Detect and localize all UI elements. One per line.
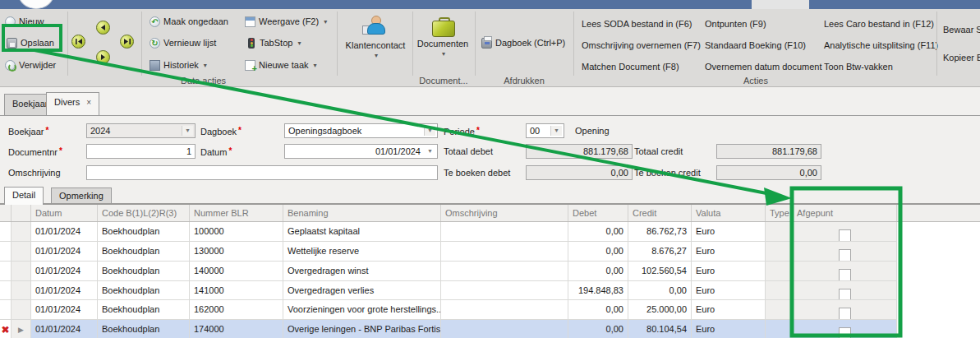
table-row[interactable]: 01/01/2024 Boekhoudplan 162000 Voorzieni… xyxy=(0,300,897,320)
cell-type[interactable] xyxy=(766,222,793,242)
overnemen-datum-button[interactable]: Overnemen datum document xyxy=(705,61,821,72)
afgepunt-checkbox[interactable] xyxy=(839,249,851,262)
tab-opmerking[interactable]: Opmerking xyxy=(51,188,112,204)
matchen-document-button[interactable]: Matchen Document (F8) xyxy=(582,61,679,72)
cell-type[interactable] xyxy=(766,262,793,281)
column-header-valuta[interactable]: Valuta xyxy=(692,205,766,221)
row-selector-cell[interactable] xyxy=(12,262,31,281)
cell-type[interactable] xyxy=(766,320,793,338)
cell-valuta[interactable]: Euro xyxy=(692,222,766,242)
cell-credit[interactable]: 86.762,73 xyxy=(628,222,692,242)
tab-detail[interactable]: Detail xyxy=(4,187,44,205)
dagboek-select[interactable]: Openingsdagboek▼ xyxy=(284,123,438,138)
cell-omschrijving[interactable] xyxy=(441,281,568,300)
row-selector-cell[interactable]: ▶ xyxy=(12,320,31,338)
column-header-debet[interactable]: Debet xyxy=(568,205,628,221)
cell-afgepunt[interactable] xyxy=(793,262,897,281)
cell-valuta[interactable]: Euro xyxy=(692,320,766,338)
cell-credit[interactable]: 80.104,54 xyxy=(628,320,692,338)
cell-omschrijving[interactable] xyxy=(441,320,568,338)
nieuw-button[interactable]: Nieuw xyxy=(5,15,44,28)
column-header-benaming[interactable]: Benaming xyxy=(283,205,441,221)
row-selector-cell[interactable] xyxy=(12,300,31,320)
active-ribbon-tab-stub[interactable] xyxy=(752,0,809,9)
close-tab-icon[interactable]: × xyxy=(86,98,91,107)
datum-input[interactable]: 01/01/2024▼ xyxy=(284,144,438,159)
cell-code[interactable]: Boekhoudplan xyxy=(98,242,190,262)
column-header-omschrijving[interactable]: Omschrijving xyxy=(441,205,568,221)
cell-debet[interactable]: 0,00 xyxy=(568,242,628,262)
cell-afgepunt[interactable] xyxy=(793,281,897,300)
cell-benaming[interactable]: Geplaatst kapitaal xyxy=(283,222,441,242)
tabstop-button[interactable]: TabStop ▾ xyxy=(246,36,301,49)
cell-type[interactable] xyxy=(766,300,793,320)
afgepunt-checkbox[interactable] xyxy=(839,229,851,242)
documenten-button[interactable]: Documenten ▾ xyxy=(417,16,468,58)
cell-benaming[interactable]: Voorzieningen voor grote herstellings... xyxy=(283,300,441,320)
tab-divers[interactable]: Divers× xyxy=(46,92,99,115)
cell-debet[interactable]: 0,00 xyxy=(568,262,628,281)
dagboek-print-button[interactable]: Dagboek (Ctrl+P) xyxy=(481,36,565,49)
nav-last-button[interactable] xyxy=(120,35,134,49)
toon-btw-vakken-button[interactable]: Toon Btw-vakken xyxy=(824,61,893,72)
cell-credit[interactable]: 102.560,54 xyxy=(628,262,692,281)
nav-prev-button[interactable] xyxy=(96,21,110,35)
cell-benaming[interactable]: Overige leningen - BNP Paribas Fortis xyxy=(283,320,441,338)
nav-first-button[interactable] xyxy=(71,35,85,49)
cell-afgepunt[interactable] xyxy=(793,300,897,320)
cell-code[interactable]: Boekhoudplan xyxy=(98,262,190,281)
nav-next-button[interactable] xyxy=(96,50,110,64)
cell-datum[interactable]: 01/01/2024 xyxy=(31,242,98,262)
afgepunt-checkbox[interactable] xyxy=(839,289,851,300)
cell-nummer[interactable]: 140000 xyxy=(190,262,283,281)
nieuwe-taak-button[interactable]: Nieuwe taak ▾ xyxy=(245,58,317,72)
table-row[interactable]: 01/01/2024 Boekhoudplan 140000 Overgedra… xyxy=(0,262,897,281)
omschrijving-input[interactable] xyxy=(86,165,438,180)
column-header-code[interactable]: Code B(1)L(2)R(3) xyxy=(98,205,190,221)
cell-nummer[interactable]: 130000 xyxy=(190,242,283,262)
table-row[interactable]: 01/01/2024 Boekhoudplan 130000 Wettelijk… xyxy=(0,242,897,262)
cell-afgepunt[interactable] xyxy=(793,320,897,338)
kopieer-button[interactable]: Kopieer B xyxy=(943,52,980,63)
cell-debet[interactable]: 0,00 xyxy=(568,222,628,242)
cell-datum[interactable]: 01/01/2024 xyxy=(31,300,98,320)
vernieuw-lijst-button[interactable]: ↻ Vernieuw lijst xyxy=(150,36,216,49)
cell-code[interactable]: Boekhoudplan xyxy=(98,300,190,320)
cell-valuta[interactable]: Euro xyxy=(692,300,766,320)
cell-type[interactable] xyxy=(766,242,793,262)
documentnr-input[interactable]: 1 xyxy=(86,144,196,159)
klantencontact-button[interactable]: Klantencontact ▾ xyxy=(343,16,407,59)
bewaar-button[interactable]: Bewaar S xyxy=(943,24,980,35)
lees-soda-button[interactable]: Lees SODA bestand in (F6) xyxy=(582,18,692,30)
cell-credit[interactable]: 8.676,27 xyxy=(628,242,692,262)
afgepunt-checkbox[interactable] xyxy=(839,269,851,281)
column-header-nummer[interactable]: Nummer BLR xyxy=(190,205,283,221)
cell-datum[interactable]: 01/01/2024 xyxy=(31,222,98,242)
cell-datum[interactable]: 01/01/2024 xyxy=(31,320,98,338)
cell-nummer[interactable]: 174000 xyxy=(190,320,283,338)
cell-code[interactable]: Boekhoudplan xyxy=(98,320,190,338)
cell-debet[interactable]: 0,00 xyxy=(568,300,628,320)
row-selector-cell[interactable] xyxy=(12,281,31,300)
cell-valuta[interactable]: Euro xyxy=(692,262,766,281)
cell-omschrijving[interactable] xyxy=(441,300,568,320)
row-selector-cell[interactable] xyxy=(12,222,31,242)
application-menu-button[interactable] xyxy=(18,0,54,9)
ontpunten-button[interactable]: Ontpunten (F9) xyxy=(705,18,766,30)
afgepunt-checkbox[interactable] xyxy=(839,327,851,338)
row-selector-cell[interactable] xyxy=(12,242,31,262)
cell-nummer[interactable]: 162000 xyxy=(190,300,283,320)
cell-benaming[interactable]: Overgedragen winst xyxy=(283,262,441,281)
cell-code[interactable]: Boekhoudplan xyxy=(98,222,190,242)
cell-debet[interactable]: 194.848,83 xyxy=(568,281,628,300)
cell-credit[interactable]: 0,00 xyxy=(628,281,692,300)
cell-code[interactable]: Boekhoudplan xyxy=(98,281,190,300)
maak-ongedaan-button[interactable]: ↶ Maak ongedaan xyxy=(150,15,228,28)
historiek-button[interactable]: Historiek ▾ xyxy=(150,58,207,72)
cell-benaming[interactable]: Overgedragen verlies xyxy=(283,281,441,300)
cell-nummer[interactable]: 100000 xyxy=(190,222,283,242)
table-row[interactable]: 01/01/2024 Boekhoudplan 141000 Overgedra… xyxy=(0,281,897,300)
cell-credit[interactable]: 25.000,00 xyxy=(628,300,692,320)
lees-caro-button[interactable]: Lees Caro bestand in (F12) xyxy=(824,18,934,30)
verwijder-button[interactable]: Verwijder xyxy=(5,58,56,72)
